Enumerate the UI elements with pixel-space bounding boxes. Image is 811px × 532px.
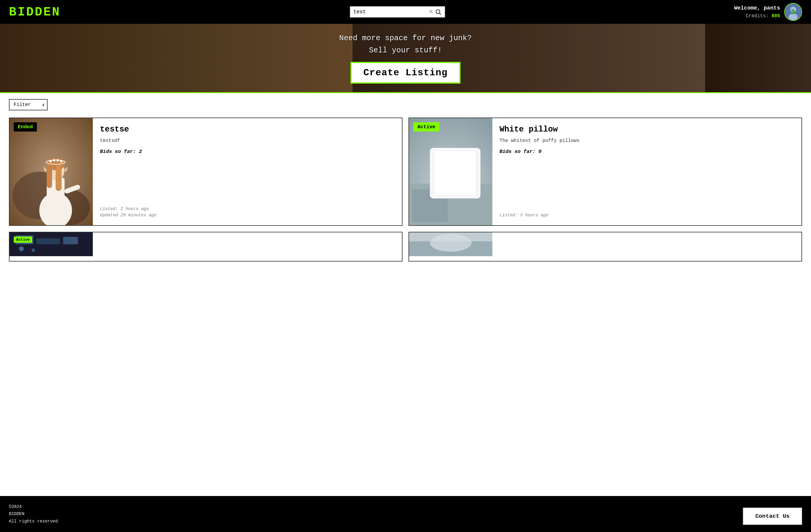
listing-description: testsdf xyxy=(100,138,395,143)
svg-point-36 xyxy=(32,248,35,252)
listing-description: The whitest of puffy pillows xyxy=(500,138,794,143)
listing-title: White pillow xyxy=(500,125,794,134)
banner: Need more space for new junk? Sell your … xyxy=(0,24,811,92)
logo: BIDDEN xyxy=(9,5,61,19)
search-bar: ✕ xyxy=(350,6,445,18)
svg-point-17 xyxy=(53,159,55,162)
banner-content: Need more space for new junk? Sell your … xyxy=(339,32,472,84)
credits-value: 805 xyxy=(771,13,780,19)
search-clear-button[interactable]: ✕ xyxy=(429,9,433,15)
main-content: Filter All Active Ended ∨ xyxy=(0,93,811,496)
filter-row: Filter All Active Ended ∨ xyxy=(9,99,802,110)
footer: ©2024 BIDDEN All rights reserved Contact… xyxy=(0,496,811,532)
svg-point-19 xyxy=(60,160,62,163)
listing-badge-active: Active xyxy=(14,237,32,243)
credits-line: Credits: 805 xyxy=(734,13,780,20)
svg-point-18 xyxy=(57,159,59,162)
svg-point-16 xyxy=(49,160,52,163)
listing-card[interactable]: Active xyxy=(9,232,402,261)
listing-badge-active: Active xyxy=(413,122,440,132)
listing-image: Active xyxy=(409,118,492,225)
svg-point-39 xyxy=(430,234,472,252)
search-icon xyxy=(435,9,442,15)
svg-point-4 xyxy=(789,14,798,20)
listing-info: White pillow The whitest of puffy pillow… xyxy=(492,118,801,225)
svg-rect-29 xyxy=(433,151,435,195)
user-area: Welcome, pants Credits: 805 🐉 xyxy=(734,3,802,21)
footer-copyright: ©2024 BIDDEN All rights reserved xyxy=(9,503,58,525)
listing-card[interactable]: Ended testse testsdf Bids so far: 2 List… xyxy=(9,118,402,226)
credits-label: Credits: xyxy=(746,13,769,19)
listing-title: testse xyxy=(100,125,395,134)
search-input[interactable] xyxy=(353,9,427,15)
listing-card[interactable]: Active White pillow The whitest of puffy… xyxy=(409,118,802,226)
listing-meta: Listed: 3 hours ago xyxy=(500,212,794,219)
filter-wrapper: Filter All Active Ended ∨ xyxy=(9,99,48,110)
user-info: Welcome, pants Credits: 805 xyxy=(734,4,780,20)
listing-image: Ended xyxy=(10,118,93,225)
listing-info xyxy=(93,232,402,261)
user-welcome: Welcome, pants xyxy=(734,4,780,13)
create-listing-button[interactable]: Create Listing xyxy=(350,62,461,83)
listing-card[interactable] xyxy=(409,232,802,261)
contact-us-button[interactable]: Contact Us xyxy=(743,507,802,525)
listings-grid: Ended testse testsdf Bids so far: 2 List… xyxy=(9,118,802,261)
listing-meta: Listed: 2 hours ago Updated 29 minutes a… xyxy=(100,206,395,219)
avatar[interactable]: 🐉 xyxy=(784,3,802,21)
filter-select[interactable]: Filter All Active Ended xyxy=(9,99,48,110)
banner-headline: Need more space for new junk? Sell your … xyxy=(339,32,472,57)
listing-bids: Bids so far: 2 xyxy=(100,149,395,154)
listing-badge-ended: Ended xyxy=(14,122,37,132)
svg-point-28 xyxy=(437,155,455,167)
listing-image xyxy=(409,232,492,256)
listing-info xyxy=(492,232,801,261)
svg-point-35 xyxy=(19,246,24,251)
listing-info: testse testsdf Bids so far: 2 Listed: 2 … xyxy=(93,118,402,225)
svg-point-0 xyxy=(436,10,440,14)
svg-rect-30 xyxy=(476,151,477,195)
svg-line-1 xyxy=(440,13,441,15)
svg-text:🐉: 🐉 xyxy=(790,9,796,15)
svg-rect-33 xyxy=(36,238,60,244)
svg-rect-13 xyxy=(47,164,52,188)
svg-rect-34 xyxy=(63,237,78,244)
header: BIDDEN ✕ Welcome, pants Credits: 805 � xyxy=(0,0,811,24)
svg-rect-14 xyxy=(56,164,62,191)
listing-image: Active xyxy=(10,232,93,256)
listing-bids: Bids so far: 0 xyxy=(500,149,794,154)
search-button[interactable] xyxy=(435,9,442,15)
